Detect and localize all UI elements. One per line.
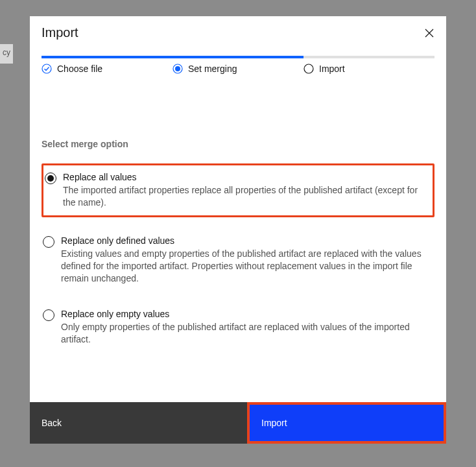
radio-icon [45,173,56,184]
steps-row: Choose file Set merging Import [30,64,446,74]
option-content: Replace only defined values Existing val… [61,235,432,285]
option-replace-all[interactable]: Replace all values The imported artifact… [42,163,434,217]
step-label: Choose file [57,64,102,74]
modal-footer: Back Import [30,402,446,444]
radio-icon [43,309,54,321]
option-title: Replace only defined values [61,235,432,246]
option-description: Only empty properties of the published a… [61,321,432,346]
option-description: Existing values and empty properties of … [61,248,432,285]
option-title: Replace only empty values [61,309,432,319]
progress-seg-done [42,56,303,58]
svg-point-0 [42,64,51,73]
modal-header: Import [30,16,446,49]
option-replace-defined[interactable]: Replace only defined values Existing val… [42,232,434,289]
current-step-icon [173,64,183,74]
radio-icon [43,236,54,248]
progress-bar [42,56,434,58]
back-button[interactable]: Back [30,402,247,444]
import-modal: Import Choose file Set merging Import [30,16,446,444]
step-label: Import [319,64,345,74]
svg-point-3 [304,64,313,73]
section-label: Select merge option [42,139,434,149]
option-description: The imported artifact properties replace… [63,184,430,209]
option-content: Replace all values The imported artifact… [63,172,430,209]
import-button-highlight: Import [247,402,446,444]
svg-point-2 [175,66,180,71]
option-content: Replace only empty values Only empty pro… [61,309,432,346]
pending-step-icon [303,64,314,74]
background-tab-fragment: cy [0,44,13,64]
step-label: Set merging [188,64,237,74]
option-title: Replace all values [63,172,430,182]
close-icon[interactable] [424,28,434,38]
step-set-merging[interactable]: Set merging [173,64,303,74]
checkmark-circle-icon [42,64,52,74]
option-replace-empty[interactable]: Replace only empty values Only empty pro… [42,305,434,350]
modal-title: Import [42,25,78,40]
import-button[interactable]: Import [250,405,444,441]
progress-seg-pending [303,56,434,58]
step-choose-file[interactable]: Choose file [42,64,173,74]
step-import[interactable]: Import [303,64,434,74]
modal-content: Select merge option Replace all values T… [30,74,446,402]
